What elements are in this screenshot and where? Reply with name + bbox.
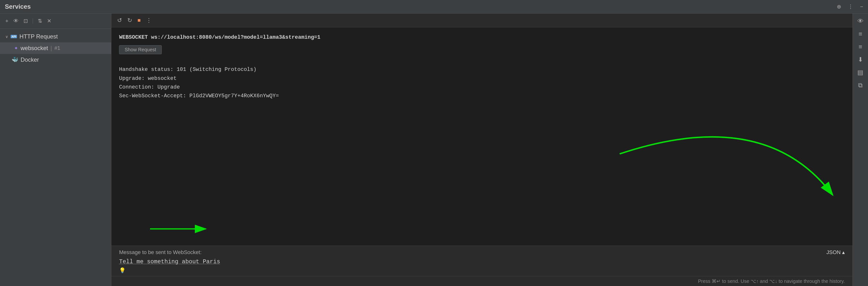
tree-parent-http-request[interactable]: ∨ API HTTP Request <box>0 31 111 42</box>
content-toolbar: ↺ ↻ ■ ⋮ <box>111 13 852 27</box>
more-icon[interactable]: ⋮ <box>848 4 853 10</box>
warning-icon: 💡 <box>119 267 126 274</box>
sidebar: + 👁 ⊡ ⇅ ✕ ∨ API HTTP Request ✦ websocket… <box>0 13 111 286</box>
globe-icon[interactable]: ⊕ <box>837 4 841 10</box>
tree-docker[interactable]: 🐳 Docker <box>0 54 111 66</box>
expand-icon[interactable]: ⇅ <box>38 18 42 24</box>
message-input[interactable] <box>119 258 845 265</box>
app-title: Services <box>5 3 31 10</box>
content-wrapper: ↺ ↻ ■ ⋮ WEBSOCKET ws://localhost:8080/ws… <box>111 13 868 286</box>
right-link-icon[interactable]: ⧉ <box>858 82 863 89</box>
message-input-wrap <box>111 257 852 267</box>
right-list2-icon[interactable]: ≡ <box>859 43 862 51</box>
show-request-button[interactable]: Show Request <box>119 45 162 54</box>
title-bar-controls: ⊕ ⋮ − <box>837 4 863 10</box>
child-separator: | <box>50 45 52 52</box>
message-label: Message to be sent to WebSocket: <box>119 249 202 255</box>
websocket-sub-label: #1 <box>55 45 60 51</box>
message-header: Message to be sent to WebSocket: JSON ▴ <box>111 246 852 257</box>
json-button[interactable]: JSON ▴ <box>826 249 845 255</box>
main-area: + 👁 ⊡ ⇅ ✕ ∨ API HTTP Request ✦ websocket… <box>0 13 868 286</box>
tree-child-websocket[interactable]: ✦ websocket | #1 <box>0 42 111 54</box>
more-options-icon[interactable]: ⋮ <box>146 17 152 24</box>
right-panel: 👁 ≡ ≡ ⬇ ▤ ⧉ <box>852 13 868 286</box>
title-bar: Services ⊕ ⋮ − <box>0 0 868 13</box>
docker-label: Docker <box>21 56 39 63</box>
status-text: Press ⌘↵ to send. Use ⌥↑ and ⌥↓ to navig… <box>698 279 845 284</box>
add-icon[interactable]: + <box>5 18 8 24</box>
log-line-2: Connection: Upgrade <box>119 83 845 92</box>
docker-icon: 🐳 <box>11 57 18 63</box>
right-eye-icon[interactable]: 👁 <box>857 18 864 25</box>
sidebar-toolbar: + 👁 ⊡ ⇅ ✕ <box>0 13 111 29</box>
toolbar-divider <box>33 19 33 24</box>
refresh2-icon[interactable]: ↻ <box>127 17 132 24</box>
eye-icon[interactable]: 👁 <box>13 18 19 24</box>
new-tab-icon[interactable]: ⊡ <box>24 18 28 24</box>
status-bar: Press ⌘↵ to send. Use ⌥↑ and ⌥↓ to navig… <box>111 276 852 286</box>
api-badge: API <box>11 35 17 38</box>
log-spacer <box>119 61 845 65</box>
websocket-icon: ✦ <box>14 45 18 51</box>
log-line-1: Upgrade: websocket <box>119 74 845 83</box>
right-doc-icon[interactable]: ▤ <box>857 69 863 76</box>
close-icon[interactable]: ✕ <box>47 18 51 24</box>
log-url: WEBSOCKET ws://localhost:8080/ws/model?m… <box>119 33 845 42</box>
minimize-icon[interactable]: − <box>860 4 863 10</box>
tree-expand-arrow: ∨ <box>5 34 8 39</box>
message-area: Message to be sent to WebSocket: JSON ▴ … <box>111 246 852 276</box>
right-download-icon[interactable]: ⬇ <box>858 56 863 63</box>
message-warning: 💡 <box>111 267 852 276</box>
http-request-label: HTTP Request <box>19 33 58 40</box>
refresh-icon[interactable]: ↺ <box>117 17 122 24</box>
right-list-icon[interactable]: ≡ <box>859 30 862 38</box>
websocket-label: websocket <box>21 45 48 52</box>
stop-icon[interactable]: ■ <box>137 17 141 24</box>
log-area: WEBSOCKET ws://localhost:8080/ws/model?m… <box>111 27 852 246</box>
log-line-0: Handshake status: 101 (Switching Protoco… <box>119 65 845 74</box>
content-area: ↺ ↻ ■ ⋮ WEBSOCKET ws://localhost:8080/ws… <box>111 13 852 286</box>
log-line-3: Sec-WebSocket-Accept: PlGd2VWEOY5gr7Y+4R… <box>119 92 845 100</box>
sidebar-tree: ∨ API HTTP Request ✦ websocket | #1 🐳 Do… <box>0 29 111 286</box>
